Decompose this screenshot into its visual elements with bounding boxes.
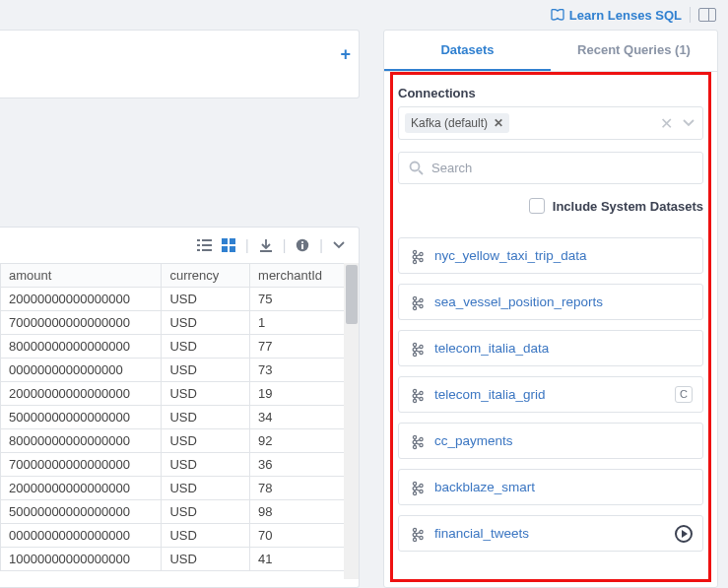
svg-point-28 (413, 435, 416, 438)
dataset-item[interactable]: sea_vessel_position_reports (398, 284, 703, 320)
table-cell: 41 (250, 548, 359, 571)
include-system-label: Include System Datasets (553, 199, 703, 214)
connection-tag-label: Kafka (default) (411, 116, 488, 130)
dataset-item[interactable]: nyc_yellow_taxi_trip_data (398, 237, 703, 274)
svg-point-29 (413, 440, 417, 444)
table-cell: USD (162, 382, 250, 406)
svg-point-21 (420, 345, 423, 348)
svg-point-19 (413, 348, 417, 352)
dataset-name: nyc_yellow_taxi_trip_data (434, 248, 587, 263)
svg-point-38 (413, 528, 416, 531)
svg-point-9 (413, 255, 417, 259)
table-cell: 73 (250, 359, 359, 382)
search-input[interactable] (431, 161, 693, 175)
table-row[interactable]: 80000000000000000USD77 (1, 335, 359, 359)
svg-point-34 (413, 487, 417, 490)
table-cell: 00000000000000000 (1, 524, 162, 548)
dataset-name: telecom_italia_grid (434, 387, 546, 402)
table-cell: USD (162, 477, 250, 500)
search-icon (409, 161, 424, 175)
remove-tag-icon[interactable]: ✕ (494, 116, 503, 130)
table-row[interactable]: 20000000000000000USD19 (1, 382, 359, 406)
table-row[interactable]: 0000000000000000USD73 (1, 359, 359, 382)
svg-point-42 (420, 536, 423, 539)
table-cell: 70000000000000000 (1, 453, 162, 477)
svg-rect-6 (301, 244, 303, 249)
dataset-item[interactable]: backblaze_smart (398, 469, 703, 505)
table-row[interactable]: 50000000000000000USD34 (1, 406, 359, 429)
info-icon[interactable] (296, 238, 309, 252)
list-view-icon[interactable] (197, 239, 212, 252)
kafka-icon (411, 434, 425, 448)
table-cell: 70000000000000000 (1, 311, 162, 335)
table-cell: USD (162, 429, 250, 453)
svg-point-10 (413, 260, 416, 263)
svg-point-17 (420, 304, 423, 307)
table-cell: USD (162, 500, 250, 524)
svg-point-5 (301, 241, 303, 243)
table-row[interactable]: 20000000000000000USD78 (1, 477, 359, 500)
table-cell: 50000000000000000 (1, 500, 162, 524)
table-row[interactable]: 70000000000000000USD1 (1, 311, 359, 335)
dataset-search[interactable] (398, 152, 703, 184)
svg-point-22 (420, 351, 423, 354)
table-cell: USD (162, 524, 250, 548)
tab-recent-queries[interactable]: Recent Queries (1) (551, 31, 717, 71)
query-editor-tabs: + (0, 30, 360, 98)
datasets-sidebar: DatasetsRecent Queries (1) Connections K… (383, 30, 718, 588)
table-cell: 19 (250, 382, 359, 406)
svg-point-35 (413, 491, 416, 494)
dataset-item[interactable]: financial_tweets (398, 515, 703, 552)
table-row[interactable]: 00000000000000000USD70 (1, 524, 359, 548)
kafka-icon (411, 527, 425, 541)
svg-point-20 (413, 353, 416, 356)
table-cell: 92 (250, 429, 359, 453)
table-cell: USD (162, 288, 250, 311)
table-cell: USD (162, 335, 250, 359)
svg-point-26 (420, 391, 423, 394)
table-cell: USD (162, 311, 250, 335)
table-cell: 0000000000000000 (1, 359, 162, 382)
more-menu-icon[interactable] (333, 239, 345, 251)
svg-point-7 (411, 163, 420, 171)
grid-view-icon[interactable] (222, 238, 235, 252)
column-header[interactable]: amount (1, 264, 162, 288)
table-row[interactable]: 20000000000000000USD75 (1, 288, 359, 311)
compacted-badge: C (675, 386, 693, 403)
connections-label: Connections (384, 72, 717, 106)
scrollbar[interactable] (344, 263, 359, 579)
column-header[interactable]: currency (162, 264, 250, 288)
scrollbar-thumb[interactable] (346, 265, 358, 324)
dataset-item[interactable]: telecom_italia_gridC (398, 376, 703, 413)
dataset-item[interactable]: cc_payments (398, 423, 703, 459)
chevron-down-icon[interactable] (683, 117, 695, 129)
kafka-icon (411, 295, 425, 309)
download-icon[interactable] (259, 238, 273, 252)
column-header[interactable]: merchantId (250, 264, 359, 288)
svg-rect-3 (230, 246, 235, 252)
dataset-item[interactable]: telecom_italia_data (398, 330, 703, 366)
svg-point-37 (420, 490, 423, 492)
svg-point-23 (413, 389, 416, 392)
clear-all-icon[interactable]: ✕ (660, 114, 673, 133)
connections-select[interactable]: Kafka (default) ✕ ✕ (398, 106, 703, 140)
table-row[interactable]: 10000000000000000USD41 (1, 548, 359, 571)
svg-point-31 (420, 437, 423, 440)
play-icon[interactable] (675, 525, 693, 543)
connection-tag: Kafka (default) ✕ (405, 113, 509, 133)
add-tab-button[interactable]: + (340, 44, 351, 65)
dataset-name: financial_tweets (434, 526, 529, 541)
table-row[interactable]: 70000000000000000USD36 (1, 453, 359, 477)
separator (690, 7, 691, 23)
tab-datasets[interactable]: Datasets (384, 31, 551, 71)
svg-point-36 (420, 484, 423, 487)
table-row[interactable]: 50000000000000000USD98 (1, 500, 359, 524)
learn-lenses-sql-link[interactable]: Learn Lenses SQL (551, 8, 682, 23)
svg-point-18 (413, 343, 416, 346)
include-system-checkbox[interactable] (529, 198, 545, 214)
svg-point-11 (420, 252, 423, 255)
toggle-panel-icon[interactable] (698, 8, 716, 22)
table-row[interactable]: 80000000000000000USD92 (1, 429, 359, 453)
learn-link-label: Learn Lenses SQL (569, 8, 682, 23)
table-cell: 98 (250, 500, 359, 524)
